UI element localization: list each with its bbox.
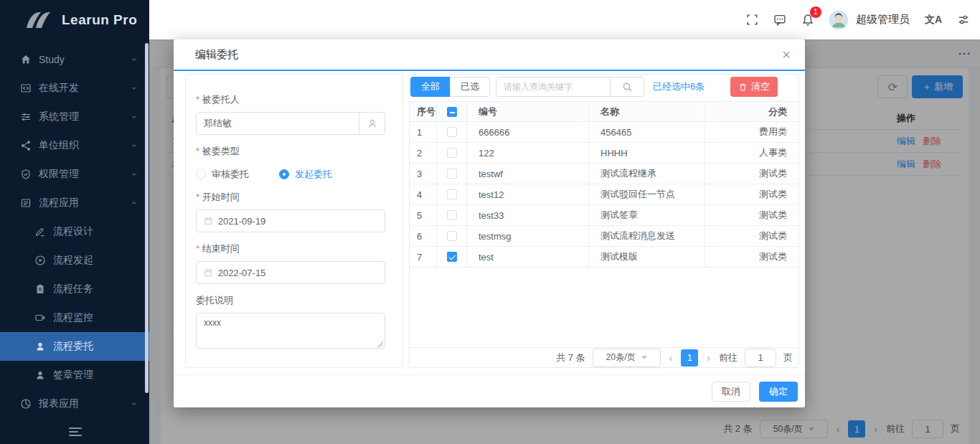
sliders-icon bbox=[20, 111, 32, 123]
prev-page-button[interactable]: ‹ bbox=[668, 352, 674, 364]
picker-row[interactable]: 7 test 测试模版 测试类 bbox=[410, 247, 798, 268]
process-picker-panel: 全部 已选 已经选中6条 清空 序号 编号 bbox=[409, 74, 799, 368]
start-time-label: 开始时间 bbox=[196, 191, 392, 204]
fullscreen-icon bbox=[746, 14, 758, 26]
person-icon bbox=[34, 341, 46, 352]
sidebar-subitem-flow-task[interactable]: 流程任务 bbox=[0, 275, 149, 303]
row-checkbox[interactable] bbox=[447, 127, 457, 137]
start-date-field[interactable] bbox=[196, 209, 385, 232]
sidebar-item-label: 报表应用 bbox=[39, 397, 131, 410]
confirm-button[interactable]: 确定 bbox=[759, 382, 798, 402]
picker-row[interactable]: 6 testmsg 测试流程消息发送 测试类 bbox=[410, 226, 798, 247]
clear-button[interactable]: 清空 bbox=[730, 77, 778, 97]
sidebar-item-workflow[interactable]: 流程应用 bbox=[0, 189, 149, 217]
picker-row[interactable]: 3 testwf 测试流程继承 测试类 bbox=[410, 164, 798, 184]
message-button[interactable] bbox=[773, 14, 786, 26]
sidebar-subitem-label: 流程监控 bbox=[53, 311, 93, 324]
radio-audit-delegate[interactable] bbox=[196, 169, 206, 179]
picker-row[interactable]: 4 test12 测试驳回任一节点 测试类 bbox=[410, 184, 798, 205]
picker-search bbox=[496, 77, 644, 97]
goto-unit: 页 bbox=[783, 351, 793, 364]
pick-user-button[interactable] bbox=[359, 113, 385, 134]
row-checkbox[interactable] bbox=[447, 189, 457, 199]
sidebar-subitem-flow-start[interactable]: 流程发起 bbox=[0, 246, 149, 275]
row-checkbox[interactable] bbox=[447, 231, 457, 241]
fullscreen-button[interactable] bbox=[746, 14, 758, 26]
pie-chart-icon bbox=[20, 398, 32, 410]
picker-pagination: 共 7 条 20条/页 ‹ 1 › 前往 页 bbox=[410, 347, 798, 367]
sidebar-item-system-mgmt[interactable]: 系统管理 bbox=[0, 103, 149, 131]
code-window-icon bbox=[20, 82, 32, 94]
picker-row[interactable]: 2 122 HHHH 人事类 bbox=[410, 143, 798, 164]
sidebar-collapse-icon[interactable] bbox=[69, 425, 82, 438]
type-radio-group: 审核委托 发起委托 bbox=[196, 168, 392, 181]
sidebar-item-label: 权限管理 bbox=[39, 168, 131, 181]
tab-selected[interactable]: 已选 bbox=[450, 77, 490, 97]
resize-handle[interactable] bbox=[377, 341, 383, 347]
radio-initiate-label[interactable]: 发起委托 bbox=[295, 168, 332, 181]
chevron-down-icon bbox=[131, 400, 138, 407]
picker-row[interactable]: 5 test33 测试签章 测试类 bbox=[410, 205, 798, 226]
sidebar-subitem-flow-monitor[interactable]: 流程监控 bbox=[0, 303, 149, 332]
next-page-button[interactable]: › bbox=[705, 352, 712, 364]
page-size-select[interactable]: 20条/页 bbox=[593, 349, 661, 367]
selected-count-link[interactable]: 已经选中6条 bbox=[653, 80, 705, 93]
select-all-checkbox[interactable] bbox=[447, 107, 457, 117]
radio-audit-label[interactable]: 审核委托 bbox=[212, 168, 249, 181]
sidebar-scrollbar[interactable] bbox=[145, 43, 149, 393]
assignee-input[interactable] bbox=[197, 113, 359, 134]
picker-search-input[interactable] bbox=[496, 77, 610, 96]
end-date-input[interactable] bbox=[218, 268, 377, 278]
user-name[interactable]: 超级管理员 bbox=[856, 13, 910, 27]
picker-row[interactable]: 1 666666 456465 费用类 bbox=[410, 122, 798, 143]
sidebar-item-study[interactable]: Study bbox=[0, 45, 149, 74]
picker-table: 序号 编号 名称 分类 1 666666 456465 费用类 2 122 bbox=[410, 101, 798, 268]
tab-all[interactable]: 全部 bbox=[410, 77, 450, 97]
avatar-image bbox=[829, 11, 848, 29]
sidebar-item-permission[interactable]: 权限管理 bbox=[0, 160, 149, 189]
radio-initiate-delegate[interactable] bbox=[279, 169, 289, 179]
sidebar-nav: Study 在线开发 系统管理 单位组织 权限管理 流程应用 bbox=[0, 39, 149, 418]
modal-body: 被委托人 被委类型 审核委托 发起委托 开始时间 结束时间 bbox=[174, 72, 805, 374]
sidebar-item-label: 系统管理 bbox=[39, 110, 131, 123]
row-checkbox[interactable] bbox=[447, 252, 457, 262]
sidebar-subitem-flow-delegate[interactable]: 流程委托 bbox=[0, 332, 149, 361]
avatar[interactable] bbox=[829, 11, 848, 29]
search-button[interactable] bbox=[610, 77, 644, 96]
description-label: 委托说明 bbox=[196, 294, 392, 307]
close-icon[interactable]: × bbox=[782, 47, 791, 62]
language-switch-icon[interactable]: 文A bbox=[925, 14, 942, 27]
modal-header: 编辑委托 × bbox=[174, 39, 805, 71]
video-camera-icon bbox=[34, 312, 46, 323]
goto-page-input[interactable] bbox=[745, 349, 776, 367]
notification-button[interactable]: 1 bbox=[801, 14, 814, 27]
calendar-icon bbox=[204, 268, 213, 278]
chevron-down-icon bbox=[131, 142, 138, 149]
sidebar-item-report[interactable]: 报表应用 bbox=[0, 389, 149, 418]
sidebar-item-org[interactable]: 单位组织 bbox=[0, 131, 149, 160]
assignee-label: 被委托人 bbox=[196, 93, 392, 106]
pencil-icon bbox=[34, 226, 46, 237]
sidebar-subitem-flow-design[interactable]: 流程设计 bbox=[0, 217, 149, 246]
row-checkbox[interactable] bbox=[447, 210, 457, 220]
brand-name: Learun Pro bbox=[62, 12, 137, 28]
row-checkbox[interactable] bbox=[447, 148, 457, 158]
share-network-icon bbox=[20, 140, 32, 151]
col-checkbox bbox=[437, 102, 467, 121]
sidebar-item-label: 流程应用 bbox=[39, 197, 131, 209]
learun-logo-icon bbox=[22, 9, 55, 31]
row-checkbox[interactable] bbox=[447, 169, 457, 179]
edit-delegation-modal: 编辑委托 × 被委托人 被委类型 审核委托 发起委托 开始时间 bbox=[174, 39, 805, 407]
page-number-button[interactable]: 1 bbox=[681, 349, 698, 367]
cancel-button[interactable]: 取消 bbox=[712, 382, 750, 402]
end-date-field[interactable] bbox=[196, 261, 385, 284]
preferences-button[interactable] bbox=[957, 14, 970, 26]
chevron-up-icon bbox=[131, 199, 138, 207]
total-count: 共 7 条 bbox=[556, 351, 585, 364]
sidebar-subitem-seal-mgmt[interactable]: 签章管理 bbox=[0, 361, 149, 389]
type-label: 被委类型 bbox=[196, 145, 392, 158]
start-date-input[interactable] bbox=[218, 216, 377, 227]
sidebar-subitem-label: 流程委托 bbox=[53, 340, 93, 353]
sidebar-item-online-dev[interactable]: 在线开发 bbox=[0, 74, 149, 103]
description-textarea[interactable]: xxxx bbox=[196, 313, 385, 349]
